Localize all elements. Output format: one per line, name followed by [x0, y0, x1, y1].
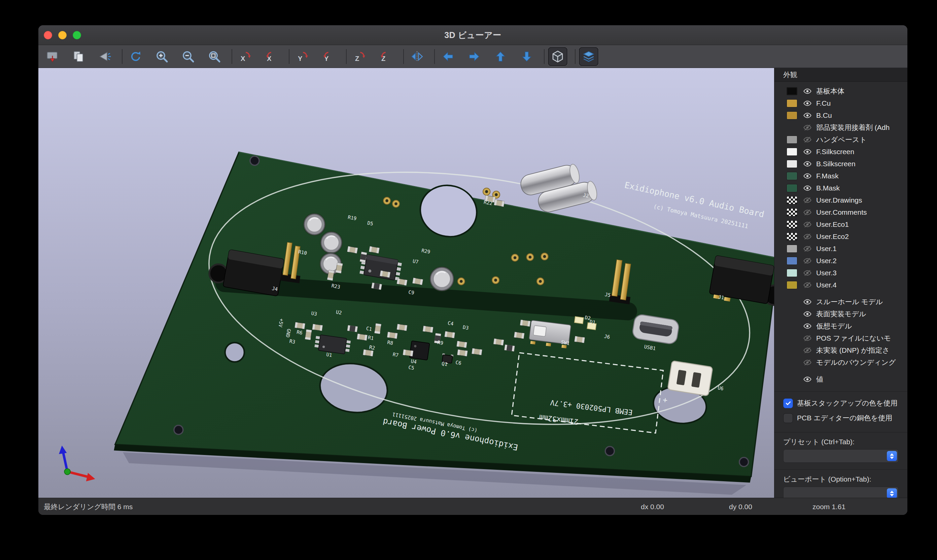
visibility-off-icon[interactable] [803, 280, 812, 290]
orthographic-projection-button[interactable] [548, 47, 568, 66]
close-button[interactable] [44, 31, 52, 39]
option-row-models-not-in-pos[interactable]: POS ファイルにないモ [774, 332, 908, 344]
visibility-on-icon[interactable] [803, 297, 812, 306]
zoom-to-fit-button[interactable] [205, 47, 224, 66]
layer-color-swatch[interactable] [786, 111, 797, 120]
visibility-off-icon[interactable] [803, 195, 812, 205]
layer-row-b-cu[interactable]: B.Cu [774, 109, 908, 122]
visibility-off-icon[interactable] [803, 358, 812, 367]
layer-color-swatch[interactable] [786, 87, 797, 95]
layer-row-user-3[interactable]: User.3 [774, 267, 908, 279]
visibility-on-icon[interactable] [803, 86, 812, 96]
layer-color-swatch[interactable] [786, 281, 797, 289]
layer-color-swatch[interactable] [786, 220, 797, 229]
layer-row-solder-paste[interactable]: ハンダペースト [774, 134, 908, 146]
layer-color-swatch[interactable] [786, 160, 797, 168]
layer-row-f-cu[interactable]: F.Cu [774, 97, 908, 109]
layer-row-board-body[interactable]: 基板本体 [774, 85, 908, 97]
layer-color-swatch[interactable] [786, 245, 797, 253]
rotate-x-counterclockwise-button[interactable]: X [262, 47, 282, 66]
visibility-on-icon[interactable] [803, 375, 812, 384]
layer-color-swatch[interactable] [786, 184, 797, 192]
pan-up-button[interactable] [491, 47, 510, 66]
visibility-off-icon[interactable] [803, 208, 812, 217]
layer-color-swatch[interactable] [786, 269, 797, 277]
visibility-off-icon[interactable] [803, 232, 812, 241]
flip-board-button[interactable] [407, 47, 427, 66]
minimize-button[interactable] [58, 31, 67, 39]
layer-row-user-1[interactable]: User.1 [774, 243, 908, 255]
visibility-on-icon[interactable] [803, 111, 812, 120]
option-row-values[interactable]: 値 [774, 373, 908, 385]
layer-row-user-2[interactable]: User.2 [774, 255, 908, 267]
visibility-off-icon[interactable] [803, 346, 812, 355]
render-options-button[interactable] [95, 47, 114, 66]
use-stackup-colors-checkbox[interactable]: 基板スタックアップの色を使用 [774, 396, 908, 411]
visibility-off-icon[interactable] [803, 256, 812, 266]
checkbox-checked-icon[interactable] [783, 398, 793, 408]
visibility-off-icon[interactable] [803, 244, 812, 254]
pan-down-button[interactable] [517, 47, 537, 66]
appearance-panel-button[interactable] [579, 47, 599, 66]
visibility-on-icon[interactable] [803, 171, 812, 181]
layer-color-swatch[interactable] [786, 196, 797, 204]
rotate-y-clockwise-button[interactable]: Y [293, 47, 312, 66]
zoom-out-button[interactable] [178, 47, 198, 66]
rotate-z-counterclockwise-button[interactable]: Z [376, 47, 396, 66]
option-row-virtual-models[interactable]: 仮想モデル [774, 320, 908, 332]
titlebar[interactable]: 3D ビューアー [38, 25, 908, 45]
layer-color-swatch[interactable] [786, 135, 797, 144]
option-row-model-bounding-boxes[interactable]: モデルのバウンディング [774, 356, 908, 369]
layer-row-user-comments[interactable]: User.Comments [774, 206, 908, 218]
visibility-off-icon[interactable] [803, 123, 812, 132]
pcb-3d-scene[interactable]: R19D5R10R23U7R29C9J4J1J2R22J5J6SW1USB1U6… [38, 68, 774, 498]
visibility-on-icon[interactable] [803, 159, 812, 169]
stepper-icon[interactable] [887, 488, 897, 498]
visibility-off-icon[interactable] [803, 135, 812, 145]
layer-color-swatch[interactable] [786, 148, 797, 156]
preset-dropdown[interactable] [783, 449, 899, 463]
layer-row-user-drawings[interactable]: User.Drawings [774, 194, 908, 206]
visibility-off-icon[interactable] [803, 220, 812, 229]
visibility-on-icon[interactable] [803, 309, 812, 319]
layer-color-swatch[interactable] [786, 99, 797, 107]
visibility-off-icon[interactable] [803, 268, 812, 278]
stepper-icon[interactable] [887, 451, 897, 461]
toolbar-separator [232, 49, 232, 64]
rotate-z-clockwise-button[interactable]: Z [350, 47, 369, 66]
layer-row-user-eco2[interactable]: User.Eco2 [774, 231, 908, 243]
refresh-view-button[interactable] [126, 47, 145, 66]
checkbox-unchecked-icon[interactable] [783, 413, 793, 423]
visibility-on-icon[interactable] [803, 322, 812, 331]
pan-left-button[interactable] [438, 47, 458, 66]
fullscreen-button[interactable] [73, 31, 81, 39]
layer-row-b-silkscreen[interactable]: B.Silkscreen [774, 158, 908, 170]
option-row-dnp-models[interactable]: 未実装 (DNP) が指定さ [774, 344, 908, 356]
3d-viewport[interactable]: R19D5R10R23U7R29C9J4J1J2R22J5J6SW1USB1U6… [38, 68, 774, 498]
layer-color-swatch[interactable] [786, 257, 797, 265]
layer-color-swatch[interactable] [786, 172, 797, 180]
zoom-in-button[interactable] [152, 47, 172, 66]
layer-row-adhesive[interactable]: 部品実装用接着剤 (Adh [774, 122, 908, 134]
layer-row-b-mask[interactable]: B.Mask [774, 182, 908, 194]
visibility-on-icon[interactable] [803, 98, 812, 108]
layer-color-swatch[interactable] [786, 208, 797, 216]
layer-color-swatch[interactable] [786, 232, 797, 241]
color-options: 基板スタックアップの色を使用 PCB エディターの銅色を使用 [774, 391, 908, 425]
row-label: User.Comments [816, 208, 867, 216]
export-board-image-button[interactable] [42, 47, 62, 66]
pan-right-button[interactable] [465, 47, 484, 66]
rotate-y-counterclockwise-button[interactable]: Y [319, 47, 338, 66]
use-pcb-editor-copper-colors-checkbox[interactable]: PCB エディターの銅色を使用 [774, 411, 908, 425]
layer-row-f-mask[interactable]: F.Mask [774, 170, 908, 182]
rotate-x-clockwise-button[interactable]: X [235, 47, 255, 66]
layer-row-user-4[interactable]: User.4 [774, 279, 908, 291]
visibility-off-icon[interactable] [803, 334, 812, 343]
option-row-through-hole-models[interactable]: スルーホール モデル [774, 296, 908, 308]
layer-row-user-eco1[interactable]: User.Eco1 [774, 218, 908, 231]
copy-image-button[interactable] [69, 47, 88, 66]
visibility-on-icon[interactable] [803, 147, 812, 157]
layer-row-f-silkscreen[interactable]: F.Silkscreen [774, 146, 908, 158]
option-row-smd-models[interactable]: 表面実装モデル [774, 308, 908, 320]
visibility-on-icon[interactable] [803, 183, 812, 193]
